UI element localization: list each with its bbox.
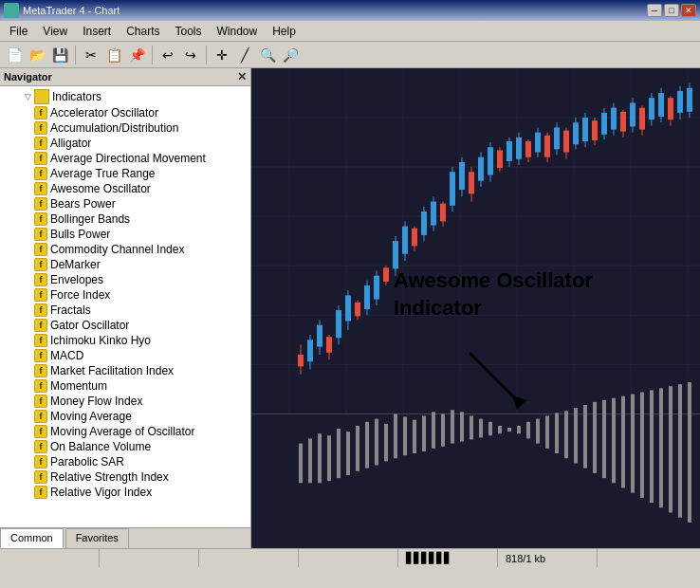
indicator-icon: f [34,258,47,271]
indicator-icon: f [34,349,47,362]
menu-help[interactable]: Help [267,23,302,40]
toolbar-copy[interactable]: 📋 [103,45,124,65]
tab-common[interactable]: Common [0,528,64,548]
menu-window[interactable]: Window [212,23,264,40]
indicator-icon: f [34,243,47,256]
indicator-label: Relative Vigor Index [50,486,152,499]
indicator-icon: f [34,410,47,423]
indicator-icon: f [34,319,47,332]
svg-rect-95 [668,98,673,119]
svg-marker-144 [512,395,526,410]
svg-rect-19 [307,340,313,361]
menu-file[interactable]: File [4,23,33,40]
indicator-label: Money Flow Index [50,395,142,408]
indicator-item[interactable]: f Market Facilitation Index [0,363,250,378]
chart-area[interactable]: Awesome Oscillator Indicator [251,68,700,548]
indicator-item[interactable]: f Money Flow Index [0,394,250,409]
indicator-label: Envelopes [50,273,103,286]
title-bar-left: MetaTrader 4 - Chart [4,3,120,18]
indicator-item[interactable]: f Fractals [0,303,250,318]
toolbar-line[interactable]: ╱ [234,45,255,65]
indicator-item[interactable]: f Average Directional Movement [0,151,250,166]
navigator-close-button[interactable]: ✕ [237,70,247,83]
svg-rect-99 [687,88,692,112]
svg-rect-85 [620,112,626,132]
svg-rect-49 [450,172,455,205]
menu-tools[interactable]: Tools [170,23,208,40]
indicator-icon: f [34,106,47,119]
indicator-label: On Balance Volume [50,440,151,453]
svg-rect-27 [345,295,351,321]
maximize-button[interactable]: □ [664,4,679,17]
status-seg3 [203,549,299,567]
menu-charts[interactable]: Charts [120,23,165,40]
toolbar-zoom-in[interactable]: 🔍 [257,45,278,65]
indicator-label: Average True Range [50,167,156,180]
svg-rect-77 [582,118,588,141]
tab-favorites[interactable]: Favorites [65,528,129,548]
svg-rect-23 [326,337,332,353]
toolbar-zoom-out[interactable]: 🔎 [280,45,301,65]
minimize-button[interactable]: ─ [647,4,662,17]
svg-rect-45 [431,202,436,226]
indicator-item[interactable]: f Parabolic SAR [0,454,250,469]
indicator-item[interactable]: f Force Index [0,287,250,303]
svg-rect-91 [649,98,654,119]
indicator-item[interactable]: f Moving Average [0,409,250,424]
indicator-item[interactable]: f Alligator [0,136,250,151]
indicator-item[interactable]: f Average True Range [0,166,250,181]
indicator-label: Relative Strength Index [50,470,169,484]
indicator-item[interactable]: f Relative Vigor Index [0,485,250,500]
toolbar-save[interactable]: 💾 [49,45,70,65]
indicator-icon: f [34,364,47,377]
menu-insert[interactable]: Insert [77,23,117,40]
indicator-item[interactable]: f Accelerator Oscillator [0,105,250,120]
menu-view[interactable]: View [37,23,73,40]
toolbar-new[interactable]: 📄 [4,45,25,65]
toolbar-undo[interactable]: ↩ [157,45,178,65]
indicator-item[interactable]: f Commodity Channel Index [0,242,250,257]
indicator-item[interactable]: f Relative Strength Index [0,469,250,485]
expand-icon[interactable]: ▽ [21,90,34,103]
indicator-item[interactable]: f DeMarker [0,257,250,272]
close-button[interactable]: ✕ [681,4,696,17]
indicator-label: Average Directional Movement [50,152,206,165]
indicator-item[interactable]: f Gator Oscillator [0,318,250,333]
svg-rect-51 [459,162,465,190]
navigator-panel: Navigator ✕ ▽ Indicators f Accelerator O… [0,68,251,548]
toolbar-crosshair[interactable]: ✛ [212,45,232,65]
app-icon [4,3,19,18]
indicator-label: Bollinger Bands [50,212,130,226]
toolbar-paste[interactable]: 📌 [126,45,147,65]
status-seg2 [103,549,199,567]
indicator-item[interactable]: f Momentum [0,378,250,394]
navigator-header: Navigator ✕ [0,68,250,86]
indicator-item[interactable]: f Moving Average of Oscillator [0,424,250,439]
indicator-label: Accelerator Oscillator [50,106,158,119]
indicator-item[interactable]: f MACD [0,348,250,363]
indicator-item[interactable]: f Ichimoku Kinko Hyo [0,333,250,348]
svg-rect-39 [402,227,408,254]
title-bar-buttons[interactable]: ─ □ ✕ [647,4,696,17]
svg-rect-35 [383,267,389,282]
indicator-item[interactable]: f Bulls Power [0,227,250,242]
toolbar-cut[interactable]: ✂ [81,45,101,65]
indicator-label: Alligator [50,137,91,150]
title-bar: MetaTrader 4 - Chart ─ □ ✕ [0,0,700,21]
indicator-icon: f [34,379,47,393]
indicator-item[interactable]: f Envelopes [0,272,250,287]
tree-root: ▽ Indicators f Accelerator Oscillator f … [0,86,250,502]
indicator-list: f Accelerator Oscillator f Accumulation/… [0,105,250,500]
toolbar-open[interactable]: 📂 [27,45,47,65]
toolbar-redo[interactable]: ↪ [180,45,201,65]
indicator-icon: f [34,395,47,408]
indicator-item[interactable]: f Bollinger Bands [0,211,250,227]
indicator-item[interactable]: f Bears Power [0,196,250,211]
indicator-item[interactable]: f On Balance Volume [0,439,250,454]
tree-area[interactable]: ▽ Indicators f Accelerator Oscillator f … [0,86,250,527]
svg-rect-81 [601,113,607,135]
main-area: Navigator ✕ ▽ Indicators f Accelerator O… [0,68,700,548]
tree-indicators-root[interactable]: ▽ Indicators [0,88,250,105]
indicator-item[interactable]: f Accumulation/Distribution [0,120,250,136]
indicator-item[interactable]: f Awesome Oscillator [0,181,250,196]
